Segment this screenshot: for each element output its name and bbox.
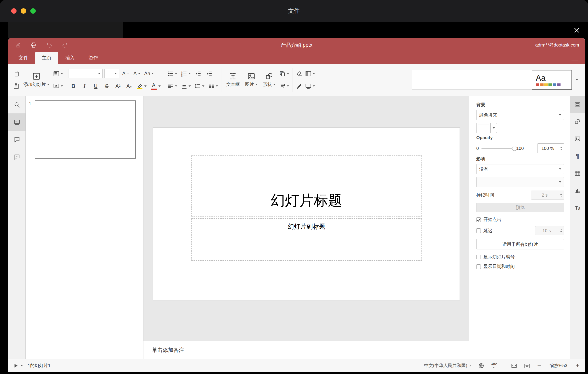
subscript-button[interactable]: A₂	[125, 81, 134, 91]
slide-thumbnails-panel: 1	[26, 96, 143, 359]
minimize-traffic-light-icon[interactable]	[21, 8, 26, 14]
align-left-icon	[167, 83, 174, 89]
delay-input[interactable]: 10 s	[535, 226, 564, 235]
highlight-color-button[interactable]	[136, 81, 147, 91]
align-shape-button[interactable]	[278, 81, 290, 91]
slides-panel-icon[interactable]	[8, 113, 25, 131]
redo-icon[interactable]	[61, 41, 69, 49]
clear-style-icon[interactable]	[295, 68, 304, 79]
insert-image-button[interactable]: 图片	[242, 68, 260, 92]
font-size-select[interactable]	[104, 69, 119, 78]
save-icon[interactable]	[14, 41, 22, 49]
start-on-click-checkbox[interactable]	[476, 217, 481, 222]
spinner-icon[interactable]	[558, 191, 564, 199]
superscript-button[interactable]: A²	[113, 81, 123, 91]
title-placeholder[interactable]: 幻灯片标题	[191, 155, 422, 217]
effect-type-select[interactable]	[476, 177, 564, 187]
paste-icon[interactable]	[11, 81, 21, 91]
tab-insert[interactable]: 插入	[58, 52, 82, 64]
fit-to-slide-icon[interactable]	[511, 363, 517, 369]
line-spacing-button[interactable]	[193, 81, 205, 91]
feedback-icon[interactable]	[8, 148, 25, 166]
font-color-button[interactable]: A	[149, 81, 161, 91]
preview-button[interactable]: 预览	[476, 203, 564, 212]
theme-item[interactable]	[412, 70, 452, 90]
background-color-picker[interactable]	[476, 123, 497, 133]
slide-size-button[interactable]	[304, 81, 316, 91]
insert-textbox-button[interactable]: 文本框	[224, 68, 242, 92]
slide-settings-icon[interactable]	[570, 96, 585, 113]
change-case-button[interactable]: Aa	[143, 68, 155, 79]
close-traffic-light-icon[interactable]	[11, 8, 17, 14]
spinner-icon[interactable]	[558, 226, 564, 235]
spellcheck-icon[interactable]: ABC	[491, 363, 497, 368]
opacity-slider[interactable]	[482, 148, 514, 149]
search-icon[interactable]	[8, 96, 25, 113]
insert-shape-button[interactable]: 形状	[260, 68, 278, 92]
textbox-icon	[229, 72, 237, 80]
copy-style-icon[interactable]	[295, 81, 304, 91]
color-scheme-button[interactable]	[304, 68, 316, 79]
add-slide-button[interactable]: 添加幻灯片	[21, 68, 52, 92]
columns-button[interactable]	[207, 81, 219, 91]
chart-settings-icon[interactable]	[570, 182, 585, 199]
start-slideshow-button[interactable]	[52, 81, 64, 91]
close-icon[interactable]	[571, 25, 582, 35]
underline-button[interactable]: U	[91, 81, 100, 91]
horizontal-align-button[interactable]	[166, 81, 178, 91]
notes-area[interactable]: 单击添加备注	[143, 341, 469, 359]
show-date-checkbox[interactable]	[476, 264, 481, 269]
image-settings-icon[interactable]	[570, 130, 585, 148]
theme-item[interactable]	[452, 70, 492, 90]
background-fill-select[interactable]: 颜色填充	[476, 110, 564, 120]
paragraph-settings-icon[interactable]: ¶	[570, 148, 585, 165]
bold-button[interactable]: B	[69, 81, 78, 91]
show-slide-number-checkbox[interactable]	[476, 255, 481, 259]
theme-item-selected[interactable]: Aa	[532, 70, 572, 90]
spinner-icon[interactable]	[558, 143, 564, 153]
numbered-list-button[interactable]: 123	[180, 68, 192, 79]
tab-collaboration[interactable]: 协作	[82, 52, 105, 64]
fullscreen-traffic-light-icon[interactable]	[30, 8, 36, 14]
start-slideshow-icon[interactable]	[13, 363, 19, 368]
macos-window: 文件 产品介绍.pptx adm***@dootask.com 文件 主页 插入…	[0, 0, 588, 374]
shape-settings-icon[interactable]	[570, 113, 585, 130]
strikethrough-button[interactable]: S	[102, 81, 112, 91]
theme-item[interactable]	[492, 70, 532, 90]
decrease-font-button[interactable]: A	[132, 68, 141, 79]
tab-home[interactable]: 主页	[35, 52, 58, 64]
font-name-select[interactable]	[69, 69, 103, 78]
print-icon[interactable]	[30, 41, 37, 49]
subtitle-placeholder[interactable]: 幻灯片副标题	[191, 218, 422, 261]
theme-gallery-expand-button[interactable]	[572, 70, 582, 90]
undo-icon[interactable]	[45, 41, 53, 49]
chevron-down-icon[interactable]	[21, 365, 23, 366]
delay-checkbox[interactable]	[476, 228, 481, 233]
zoom-out-icon[interactable]: −	[537, 362, 542, 369]
increase-font-button[interactable]: A	[121, 68, 130, 79]
menu-icon[interactable]	[571, 56, 578, 60]
tab-file[interactable]: 文件	[12, 52, 35, 64]
fit-to-width-icon[interactable]	[524, 363, 530, 369]
effect-select[interactable]: 没有	[476, 164, 564, 174]
slide-editor[interactable]: 幻灯片标题 幻灯片副标题	[153, 128, 460, 300]
decrease-indent-icon[interactable]	[193, 68, 203, 79]
table-settings-icon[interactable]	[570, 165, 585, 182]
bullet-list-button[interactable]	[166, 68, 178, 79]
comments-icon[interactable]	[8, 131, 25, 148]
slider-knob[interactable]	[512, 146, 517, 151]
slide-thumbnail[interactable]	[35, 100, 136, 159]
arrange-shape-button[interactable]	[278, 68, 290, 79]
increase-indent-icon[interactable]	[205, 68, 214, 79]
set-language-icon[interactable]	[478, 363, 484, 369]
apply-to-all-slides-button[interactable]: 适用于所有幻灯片	[476, 239, 564, 249]
copy-icon[interactable]	[11, 68, 21, 79]
italic-button[interactable]: I	[80, 81, 89, 91]
language-selector[interactable]: 中文(中华人民共和国)	[424, 363, 471, 369]
vertical-align-button[interactable]	[180, 81, 192, 91]
duration-input[interactable]: 2 s	[531, 191, 564, 199]
zoom-in-icon[interactable]: +	[575, 362, 580, 369]
opacity-input[interactable]: 100 %	[537, 143, 564, 153]
change-layout-button[interactable]	[52, 68, 64, 79]
textart-settings-icon[interactable]: Ta	[570, 199, 585, 217]
